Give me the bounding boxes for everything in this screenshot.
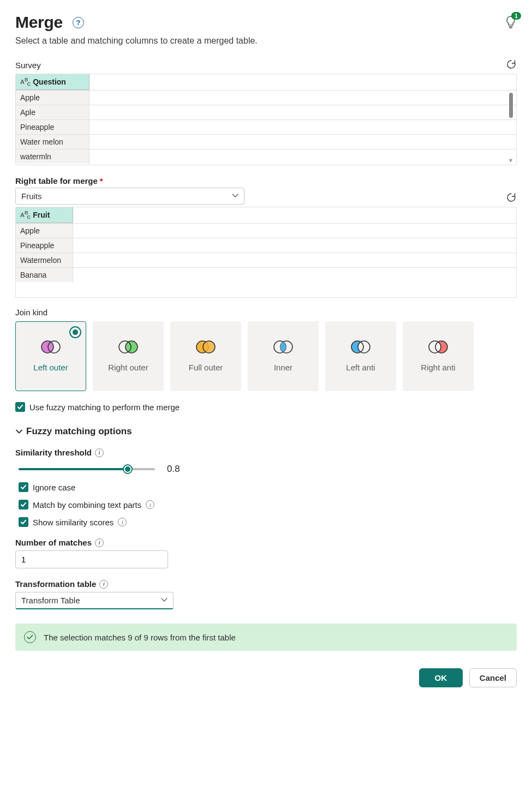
page-subtitle: Select a table and matching columns to c…: [15, 36, 517, 46]
join-option-left-anti[interactable]: Left anti: [325, 321, 396, 391]
table-row[interactable]: Apple: [16, 224, 516, 238]
venn-right-anti-icon: [426, 339, 451, 355]
page-title: Merge: [15, 13, 63, 32]
show-scores-label: Show similarity scores: [33, 518, 113, 527]
show-scores-checkbox[interactable]: [19, 517, 28, 527]
similarity-threshold-value: 0.8: [167, 464, 180, 475]
scrollbar[interactable]: ▲ ▼: [506, 91, 515, 164]
ok-button[interactable]: OK: [419, 668, 463, 687]
tips-count-badge: 1: [511, 12, 521, 20]
join-option-inner[interactable]: Inner: [248, 321, 319, 391]
tips-lightbulb-icon[interactable]: 1: [505, 15, 517, 30]
use-fuzzy-label: Use fuzzy matching to perform the merge: [29, 403, 180, 412]
table-row[interactable]: Apple: [16, 91, 516, 105]
refresh-right-table-icon[interactable]: [506, 192, 517, 205]
table-row[interactable]: Pineapple: [16, 120, 516, 135]
banner-text: The selection matches 9 of 9 rows from t…: [44, 633, 236, 642]
table-row[interactable]: Pineapple: [16, 238, 516, 253]
table-row[interactable]: Banana: [16, 268, 516, 282]
info-icon[interactable]: i: [95, 448, 104, 457]
table-row[interactable]: Watermelon: [16, 253, 516, 268]
fuzzy-options-toggle[interactable]: Fuzzy matching options: [15, 426, 517, 437]
ignore-case-label: Ignore case: [33, 483, 75, 492]
combine-parts-checkbox[interactable]: [19, 500, 28, 510]
join-option-full-outer[interactable]: Full outer: [170, 321, 241, 391]
right-table-dropdown[interactable]: Fruits: [15, 188, 244, 205]
combine-parts-label: Match by combining text parts: [33, 500, 141, 510]
transformation-table-label: Transformation table i: [15, 579, 517, 589]
svg-point-0: [41, 341, 53, 353]
venn-full-outer-icon: [193, 339, 218, 355]
right-table-preview[interactable]: ABC Fruit Apple Pineapple Watermelon Ban…: [15, 207, 517, 298]
match-result-banner: The selection matches 9 of 9 rows from t…: [15, 624, 517, 651]
join-option-right-outer[interactable]: Right outer: [93, 321, 164, 391]
venn-left-outer-icon: [38, 339, 63, 355]
chevron-down-icon: [15, 428, 23, 435]
success-check-icon: [24, 631, 36, 643]
venn-inner-icon: [271, 339, 296, 355]
scroll-thumb[interactable]: [509, 93, 513, 118]
left-table-name: Survey: [15, 61, 41, 70]
similarity-threshold-label: Similarity threshold i: [15, 448, 517, 457]
svg-point-2: [125, 341, 138, 353]
scroll-down-icon[interactable]: ▼: [508, 157, 514, 164]
table-row[interactable]: Water melon: [16, 135, 516, 149]
join-kind-grid: Left outer Right outer Full outer Inne: [15, 321, 517, 391]
num-matches-input[interactable]: [15, 550, 168, 568]
table-row[interactable]: watermln: [16, 149, 516, 164]
join-kind-label: Join kind: [15, 308, 517, 317]
transformation-table-dropdown[interactable]: Transform Table: [15, 592, 174, 609]
svg-point-5: [203, 341, 215, 353]
right-table-label: Right table for merge*: [15, 176, 517, 185]
slider-knob[interactable]: [123, 464, 133, 474]
abc-type-icon: ABC: [20, 77, 31, 87]
title-row: Merge ? 1: [15, 13, 517, 32]
left-table-column-header[interactable]: ABC Question: [16, 74, 89, 90]
table-row[interactable]: Aple: [16, 105, 516, 120]
join-option-left-outer[interactable]: Left outer: [15, 321, 86, 391]
use-fuzzy-checkbox[interactable]: [15, 402, 25, 412]
venn-right-outer-icon: [116, 339, 141, 355]
info-icon[interactable]: i: [118, 518, 127, 526]
right-table-column-header[interactable]: ABC Fruit: [16, 207, 73, 223]
left-table-label-row: Survey: [15, 59, 517, 71]
num-matches-label: Number of matches i: [15, 538, 517, 547]
use-fuzzy-checkbox-row: Use fuzzy matching to perform the merge: [15, 402, 517, 412]
similarity-threshold-slider[interactable]: [19, 464, 155, 475]
info-icon[interactable]: i: [146, 500, 154, 509]
abc-type-icon: ABC: [20, 210, 31, 220]
radio-selected-icon: [69, 326, 81, 338]
info-icon[interactable]: i: [99, 580, 108, 589]
refresh-left-table-icon[interactable]: [506, 59, 517, 71]
left-table-preview[interactable]: ABC Question Apple Aple Pineapple Water …: [15, 74, 517, 165]
cancel-button[interactable]: Cancel: [469, 668, 517, 687]
help-icon[interactable]: ?: [73, 17, 84, 28]
join-option-right-anti[interactable]: Right anti: [403, 321, 474, 391]
ignore-case-checkbox[interactable]: [19, 482, 28, 492]
venn-left-anti-icon: [348, 339, 373, 355]
info-icon[interactable]: i: [95, 538, 104, 547]
